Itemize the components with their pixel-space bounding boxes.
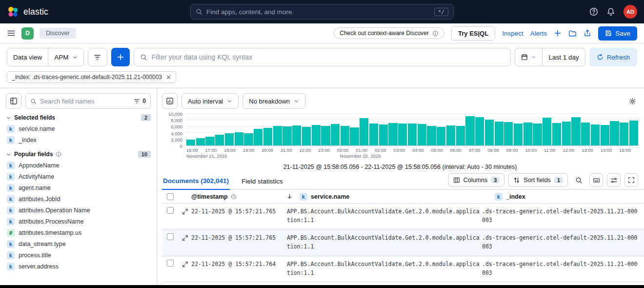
histogram-bar[interactable] [388, 123, 397, 145]
help-icon[interactable] [589, 7, 598, 16]
global-search-input[interactable] [206, 8, 430, 16]
menu-icon[interactable] [7, 29, 16, 38]
field-list-item[interactable]: k ActivityName [6, 171, 151, 182]
histogram-bar[interactable] [408, 123, 417, 146]
field-list-item[interactable]: k attributes.JobId [6, 193, 151, 205]
field-search[interactable]: 0 [25, 93, 151, 109]
chart-options-icon[interactable] [627, 96, 638, 107]
histogram-bar[interactable] [341, 126, 349, 145]
column-header-service-name[interactable]: k service.name [300, 193, 495, 201]
breadcrumb[interactable]: Discover [40, 28, 76, 39]
histogram-bar[interactable] [601, 125, 609, 145]
alerts-bell-icon[interactable] [606, 7, 615, 16]
histogram-bar[interactable] [225, 133, 234, 145]
histogram-bar[interactable] [215, 135, 224, 145]
field-list-item[interactable]: k _index [6, 134, 151, 145]
global-search[interactable]: */ [190, 4, 454, 20]
kql-search-bar[interactable] [134, 48, 511, 66]
histogram-bar[interactable] [543, 118, 551, 145]
histogram-bar[interactable] [620, 123, 628, 145]
columns-button[interactable]: Columns 3 [448, 173, 504, 187]
field-list-item[interactable]: k server.address [6, 261, 151, 272]
grid-search-button[interactable] [572, 173, 585, 187]
context-aware-discover-button[interactable]: Check out context-aware Discover [334, 27, 444, 39]
histogram-bar[interactable] [302, 127, 311, 145]
field-list-item[interactable]: k attributes.ProcessName [6, 216, 151, 227]
histogram-bar[interactable] [398, 123, 407, 145]
data-view-picker[interactable]: Data view APM [7, 48, 84, 66]
field-list-item[interactable]: k agent.name [6, 182, 151, 193]
histogram-bar[interactable] [244, 133, 253, 145]
histogram-bar[interactable] [273, 126, 282, 145]
try-esql-button[interactable]: Try ES|QL [451, 26, 495, 41]
histogram-bar[interactable] [282, 126, 291, 145]
row-checkbox[interactable] [167, 260, 174, 267]
brand[interactable]: elastic [7, 6, 48, 18]
fullscreen-button[interactable] [624, 173, 638, 187]
new-session-plus-icon[interactable] [554, 29, 562, 37]
field-list-item[interactable]: k AppnodeName [6, 160, 151, 171]
alerts-link[interactable]: Alerts [530, 30, 547, 37]
date-picker[interactable]: Last 1 day [515, 48, 585, 66]
field-list-item[interactable]: k attributes.Operation Name [6, 205, 151, 216]
histogram-bar[interactable] [360, 118, 368, 145]
date-picker-calendar-button[interactable] [515, 48, 542, 66]
histogram-bar[interactable] [495, 122, 503, 145]
histogram-bar[interactable] [437, 127, 445, 145]
data-view-selector[interactable]: APM [48, 48, 83, 66]
histogram-bar[interactable] [465, 116, 474, 145]
keyboard-shortcuts-button[interactable] [589, 173, 603, 187]
histogram-bar[interactable] [504, 122, 513, 145]
histogram-bar[interactable] [571, 117, 580, 145]
field-search-input[interactable] [40, 98, 130, 105]
histogram-bar[interactable] [235, 132, 243, 145]
inspect-link[interactable]: Inspect [502, 30, 523, 37]
column-header-timestamp[interactable]: @timestamp [191, 193, 300, 200]
histogram-bar[interactable] [456, 126, 465, 145]
histogram-bar[interactable] [196, 138, 205, 145]
sidebar-collapse-button[interactable] [6, 93, 21, 109]
histogram-bar[interactable] [379, 124, 388, 145]
saved-queries-button[interactable] [88, 48, 107, 66]
remove-filter-icon[interactable]: ✕ [166, 74, 171, 81]
histogram-bar[interactable] [186, 140, 195, 145]
histogram-bar[interactable] [610, 121, 619, 145]
histogram-bar[interactable] [292, 125, 301, 145]
histogram-bar[interactable] [427, 126, 436, 145]
space-badge[interactable]: D [21, 27, 34, 40]
tab-field-statistics[interactable]: Field statistics [241, 176, 284, 189]
histogram-bar[interactable] [263, 128, 272, 145]
interval-dropdown[interactable]: Auto interval [181, 93, 239, 109]
column-header-index[interactable]: k _index [495, 193, 644, 201]
breakdown-dropdown[interactable]: No breakdown [242, 93, 305, 109]
histogram-bar[interactable] [523, 123, 532, 145]
popular-fields-header[interactable]: Popular fields 10 [6, 151, 151, 158]
histogram-bar[interactable] [581, 123, 590, 145]
hide-chart-button[interactable] [162, 93, 178, 109]
expand-document-icon[interactable] [179, 207, 191, 225]
save-button[interactable]: Save [598, 26, 637, 41]
selected-fields-header[interactable]: Selected fields 2 [6, 114, 151, 121]
row-checkbox[interactable] [167, 207, 174, 214]
user-avatar[interactable]: AD [624, 5, 637, 19]
select-all-checkbox[interactable] [167, 193, 174, 200]
histogram-bar[interactable] [446, 125, 455, 145]
histogram-bar[interactable] [418, 124, 426, 145]
histogram-bar[interactable] [533, 123, 542, 145]
index-filter-pill[interactable]: _index: .ds-traces-generic.otel-default-… [7, 71, 176, 83]
histogram-bar[interactable] [475, 117, 484, 145]
field-list-item[interactable]: # attributes.timestamp.us [6, 227, 151, 238]
histogram-bar[interactable] [331, 124, 340, 145]
field-filters-button[interactable]: 0 [134, 98, 146, 104]
display-options-button[interactable] [607, 173, 621, 187]
field-list-item[interactable]: k service.name [6, 123, 151, 134]
expand-document-icon[interactable] [179, 260, 191, 278]
histogram-bar[interactable] [321, 126, 330, 145]
refresh-button[interactable]: Refresh [589, 48, 637, 66]
expand-document-icon[interactable] [179, 233, 191, 251]
histogram-bar[interactable] [485, 120, 494, 145]
histogram-bar[interactable] [254, 129, 262, 145]
histogram-bar[interactable] [591, 124, 600, 145]
sort-fields-button[interactable]: Sort fields 1 [508, 173, 568, 187]
histogram-bar[interactable] [514, 123, 523, 146]
